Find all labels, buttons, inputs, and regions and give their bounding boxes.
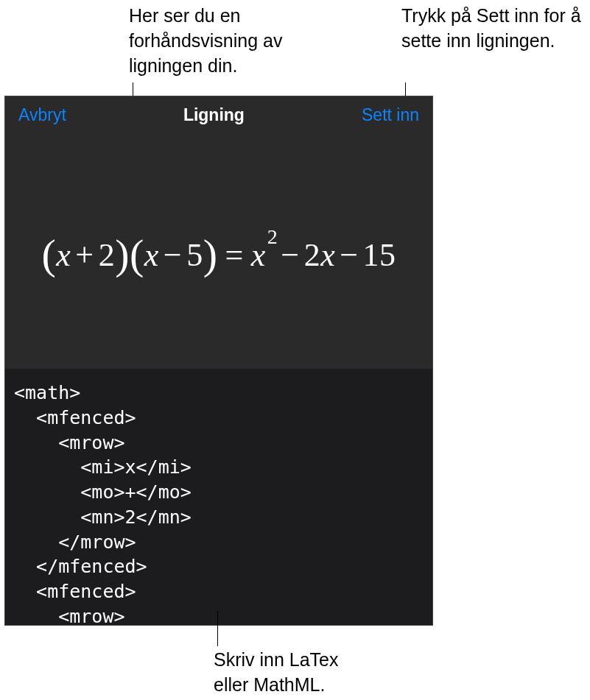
rparen-icon: ) (115, 230, 130, 278)
nav-bar: Avbryt Ligning Sett inn (5, 96, 432, 133)
equation-display: (x+2)(x−5)=x2−2x−15 (41, 227, 396, 276)
page-title: Ligning (183, 105, 245, 125)
callout-preview-text: Her ser du en forhåndsvisning av ligning… (129, 4, 320, 78)
lparen2-icon: ( (130, 230, 144, 278)
equation-editor-window: Avbryt Ligning Sett inn (x+2)(x−5)=x2−2x… (4, 96, 433, 626)
lhs-b-num: 5 (186, 237, 203, 273)
rhs-t3: 15 (363, 237, 396, 273)
lhs-b-op: − (159, 237, 186, 273)
rhs-t1-var: x (251, 237, 266, 273)
code-input[interactable]: <math> <mfenced> <mrow> <mi>x</mi> <mo>+… (5, 369, 432, 626)
rhs-t1-exp: 2 (267, 225, 278, 248)
lhs-a-var: x (56, 237, 71, 273)
cancel-button[interactable]: Avbryt (18, 105, 66, 125)
lhs-b-var: x (144, 237, 159, 273)
rhs-op1: − (276, 237, 303, 273)
lhs-a-op: + (71, 237, 98, 273)
lparen-icon: ( (41, 230, 56, 278)
rhs-t2-var: x (320, 237, 335, 273)
lhs-a-num: 2 (99, 237, 116, 273)
callout-code-text: Skriv inn LaTex eller MathML. (214, 648, 376, 698)
equation-preview: (x+2)(x−5)=x2−2x−15 (5, 133, 432, 369)
insert-button[interactable]: Sett inn (362, 105, 419, 125)
rhs-t2-coef: 2 (304, 237, 321, 273)
equals-op: = (217, 237, 250, 273)
rhs-op2: − (335, 237, 362, 273)
callout-insert-text: Trykk på Sett inn for å sette inn lignin… (401, 4, 586, 54)
callout-code-line (217, 611, 218, 646)
rparen2-icon: ) (203, 230, 218, 278)
